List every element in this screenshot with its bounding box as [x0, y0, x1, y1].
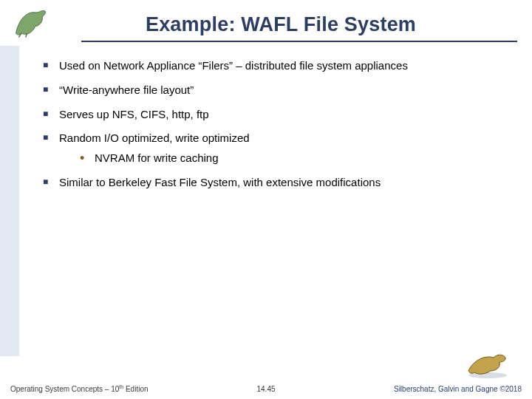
footer-right: Silberschatz, Galvin and Gagne ©2018	[394, 385, 522, 393]
list-item: Random I/O optimized, write optimized NV…	[43, 132, 510, 166]
list-item: Serves up NFS, CIFS, http, ftp	[43, 108, 510, 122]
bullet-text: “Write-anywhere file layout”	[59, 83, 194, 96]
bullet-text: NVRAM for write caching	[95, 151, 219, 164]
bullet-list: Used on Network Appliance “Filers” – dis…	[43, 59, 510, 190]
bullet-text: Serves up NFS, CIFS, http, ftp	[59, 108, 209, 120]
list-item: Similar to Berkeley Fast File System, wi…	[43, 176, 510, 190]
slide-title: Example: WAFL File System	[44, 13, 517, 36]
slide-content: Used on Network Appliance “Filers” – dis…	[43, 59, 510, 200]
list-item: NVRAM for write caching	[80, 151, 510, 166]
bullet-text: Similar to Berkeley Fast File System, wi…	[59, 176, 381, 188]
list-item: “Write-anywhere file layout”	[43, 83, 510, 98]
slide-header: Example: WAFL File System	[44, 7, 517, 49]
footer-left-suffix: Edition	[123, 385, 148, 393]
bullet-text: Used on Network Appliance “Filers” – dis…	[59, 59, 408, 72]
sidebar-accent	[0, 46, 19, 356]
footer-left-prefix: Operating System Concepts – 10	[10, 385, 119, 393]
dinosaur-icon	[466, 350, 510, 378]
list-item: Used on Network Appliance “Filers” – dis…	[43, 59, 510, 73]
footer-left: Operating System Concepts – 10th Edition	[10, 384, 149, 393]
svg-point-0	[468, 372, 507, 378]
footer-center: 14.45	[256, 385, 275, 393]
title-rule	[81, 41, 517, 43]
bullet-text: Random I/O optimized, write optimized	[59, 132, 250, 144]
slide: Example: WAFL File System Used on Networ…	[0, 0, 532, 399]
sub-bullet-list: NVRAM for write caching	[80, 151, 510, 166]
